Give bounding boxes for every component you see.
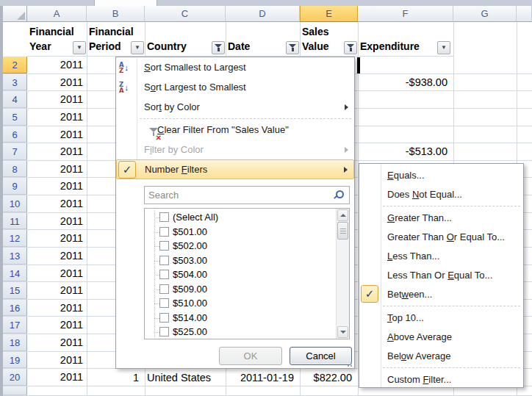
column-title-expenditure[interactable]: Expenditure▼ (358, 22, 453, 57)
row-header-7[interactable]: 7 (3, 143, 27, 160)
menu-item-top-10[interactable]: Top 10... (359, 308, 523, 327)
value-checkbox[interactable] (159, 284, 169, 294)
cell-A4[interactable]: 2011 (27, 91, 87, 108)
column-title-country[interactable]: Country (145, 22, 226, 57)
row-header-6[interactable]: 6 (3, 126, 27, 143)
column-header-e[interactable]: E (300, 6, 358, 22)
menu-item-below-average[interactable]: Below Average (359, 346, 523, 365)
filter-value-option[interactable]: $514.00 (145, 311, 349, 325)
filter-applied-button[interactable] (286, 41, 299, 54)
value-checkbox[interactable] (159, 241, 169, 251)
cell-A15[interactable]: 2011 (27, 282, 87, 299)
menu-item-equals[interactable]: Equals... (359, 165, 523, 184)
row-header-15[interactable]: 15 (3, 282, 27, 299)
value-checkbox[interactable] (159, 313, 169, 323)
value-checkbox[interactable] (159, 212, 169, 222)
menu-item-less-than[interactable]: Less Than... (359, 246, 523, 265)
column-title-year[interactable]: FinancialYear▼ (27, 22, 87, 57)
value-checkbox[interactable] (159, 227, 169, 237)
column-header-d[interactable]: D (226, 6, 300, 22)
row-header-13[interactable]: 13 (3, 248, 27, 264)
search-icon[interactable] (335, 190, 344, 199)
filter-applied-button[interactable] (212, 41, 225, 54)
cell-A10[interactable]: 2011 (27, 195, 87, 212)
scroll-down-button[interactable] (337, 326, 348, 338)
filter-value-option[interactable]: (Select All) (145, 210, 349, 225)
cell-A8[interactable]: 2011 (27, 161, 87, 178)
cell-A14[interactable]: 2011 (27, 265, 87, 282)
cell-A17[interactable]: 2011 (27, 317, 87, 334)
filter-value-option[interactable]: $525.00 (145, 325, 349, 339)
menu-item-sort-smallest-to-largest[interactable]: AZ↓Sort Smallest to Largest (116, 57, 354, 77)
menu-item-greater-than[interactable]: Greater Than... (359, 208, 523, 227)
scrollbar-thumb[interactable] (337, 222, 348, 240)
row-header-9[interactable]: 9 (3, 178, 27, 195)
row-header-8[interactable]: 8 (3, 161, 27, 178)
list-scrollbar[interactable] (336, 209, 349, 339)
cell-E20[interactable]: $822.00 (300, 370, 356, 387)
cell-A5[interactable]: 2011 (27, 109, 87, 126)
cell-A6[interactable]: 2011 (27, 126, 87, 143)
ok-button[interactable]: OK (219, 347, 282, 365)
cell-A9[interactable]: 2011 (27, 178, 87, 195)
cell-F3[interactable]: -$938.00 (358, 74, 451, 92)
row-header-4[interactable]: 4 (3, 91, 27, 108)
column-header-b[interactable]: B (87, 6, 145, 22)
column-title-date[interactable]: Date (226, 22, 300, 57)
menu-item-above-average[interactable]: Above Average (359, 327, 523, 346)
row-header-11[interactable]: 11 (3, 213, 27, 230)
value-checkbox[interactable] (159, 327, 169, 336)
row-header-19[interactable]: 19 (3, 352, 27, 369)
row-header-18[interactable]: 18 (3, 334, 27, 351)
filter-value-option[interactable]: $510.00 (145, 296, 349, 311)
menu-item-less-than-or-equal-to[interactable]: Less Than Or Equal To... (359, 265, 523, 284)
value-checkbox[interactable] (159, 270, 169, 279)
row-header-14[interactable]: 14 (3, 265, 27, 282)
value-checkbox[interactable] (159, 256, 169, 265)
row-header-20[interactable]: 20 (3, 369, 27, 386)
cell-A18[interactable]: 2011 (27, 334, 87, 351)
scroll-up-button[interactable] (337, 209, 348, 221)
menu-item-custom-filter[interactable]: Custom Filter... (359, 370, 523, 389)
cancel-button[interactable]: Cancel (290, 347, 352, 365)
value-checkbox[interactable] (159, 298, 169, 308)
row-header-2[interactable]: 2 (3, 57, 27, 73)
search-input[interactable] (145, 187, 349, 204)
cell-C20[interactable]: United States (145, 370, 224, 387)
cell-A16[interactable]: 2011 (27, 300, 87, 317)
cell-A11[interactable]: 2011 (27, 213, 87, 230)
filter-dropdown-button[interactable]: ▼ (73, 41, 86, 54)
cell-A20[interactable]: 2011 (27, 369, 87, 386)
filter-value-option[interactable]: $501.00 (145, 225, 349, 240)
filter-value-option[interactable]: $502.00 (145, 239, 349, 253)
menu-item-does-not-equal[interactable]: Does Not Equal... (359, 184, 523, 204)
filter-dropdown-button[interactable]: ▼ (437, 41, 450, 54)
menu-item-filter-by-color[interactable]: Filter by Color (116, 140, 354, 159)
cell-D20[interactable]: 2011-01-19 (226, 370, 298, 387)
row-header-12[interactable]: 12 (3, 230, 27, 247)
select-all-corner[interactable] (3, 6, 27, 22)
menu-item-sort-by-color[interactable]: Sort by Color (116, 97, 354, 117)
filter-value-option[interactable]: $504.00 (145, 267, 349, 282)
filter-value-option[interactable]: $509.00 (145, 282, 349, 297)
menu-item-sort-largest-to-smallest[interactable]: ZA↓Sort Largest to Smallest (116, 77, 354, 97)
row-header-16[interactable]: 16 (3, 300, 27, 317)
resize-grip[interactable] (345, 359, 352, 367)
menu-item-between[interactable]: ✓Between... (359, 284, 523, 303)
menu-item-greater-than-or-equal-to[interactable]: Greater Than Or Equal To... (359, 227, 523, 246)
cell-B20[interactable]: 1 (87, 370, 143, 387)
menu-item-clear-filter-from-sales-value[interactable]: ✕Clear Filter From "Sales Value" (116, 120, 354, 140)
filter-applied-button[interactable] (344, 41, 357, 54)
column-title-period[interactable]: FinancialPeriod▼ (87, 22, 145, 57)
column-header-a[interactable]: A (27, 6, 87, 22)
filter-dropdown-button[interactable]: ▼ (131, 41, 144, 54)
filter-value-option[interactable]: $503.00 (145, 253, 349, 268)
cell-F7[interactable]: -$513.00 (358, 143, 451, 161)
cell-A19[interactable]: 2011 (27, 352, 87, 369)
cell-A2[interactable]: 2011 (27, 57, 87, 73)
menu-item-number-filters[interactable]: ✓Number Filters (116, 159, 354, 179)
cell-A12[interactable]: 2011 (27, 230, 87, 247)
column-header-c[interactable]: C (145, 6, 226, 22)
row-header-10[interactable]: 10 (3, 195, 27, 212)
cell-A13[interactable]: 2011 (27, 248, 87, 264)
